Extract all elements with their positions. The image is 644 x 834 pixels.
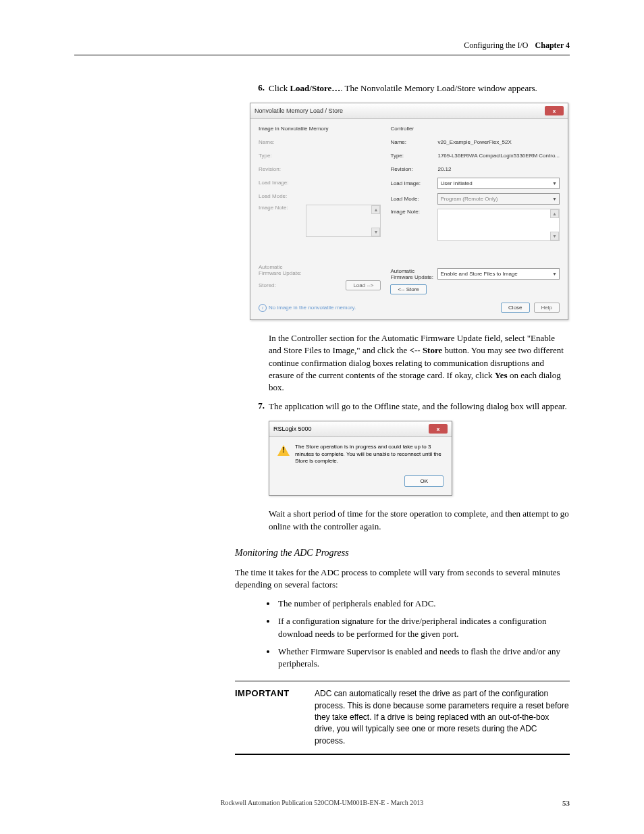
step-number: 7. xyxy=(250,400,269,413)
header-chapter: Chapter 4 xyxy=(535,41,570,51)
paragraph: Wait a short period of time for the stor… xyxy=(269,508,570,532)
help-button[interactable]: Help xyxy=(534,303,560,313)
bullet-list: The number of peripherals enabled for AD… xyxy=(74,598,570,670)
chevron-down-icon: ▼ xyxy=(552,181,557,186)
step-number: 6. xyxy=(250,82,269,95)
image-note-field[interactable]: ▲ ▼ xyxy=(437,209,560,241)
scroll-down-icon: ▼ xyxy=(371,228,380,236)
load-mode-label: Load Mode: xyxy=(259,193,306,199)
load-button[interactable]: Load --> xyxy=(346,280,381,290)
close-icon[interactable]: x xyxy=(545,106,564,115)
image-note-label: Image Note: xyxy=(390,209,437,215)
dialog-title: RSLogix 5000 xyxy=(273,425,312,432)
scroll-up-icon[interactable]: ▲ xyxy=(550,209,559,218)
subheading: Monitoring the ADC Progress xyxy=(235,548,570,558)
step-text: The application will go to the Offline s… xyxy=(269,400,570,413)
chevron-down-icon: ▼ xyxy=(552,197,557,201)
stored-label: Stored: xyxy=(259,282,306,288)
header-section: Configuring the I/O xyxy=(464,41,528,51)
image-note-field: ▲ ▼ xyxy=(306,205,381,237)
scroll-down-icon[interactable]: ▼ xyxy=(550,232,559,240)
paragraph: In the Controller section for the Automa… xyxy=(269,332,570,394)
afu-label: Automatic Firmware Update: xyxy=(259,264,306,276)
ok-button[interactable]: OK xyxy=(404,475,444,487)
text: . The Nonvolatile Memory Load/Store wind… xyxy=(340,83,537,93)
dialog-message: The Store operation is in progress and c… xyxy=(295,444,444,465)
close-icon[interactable]: x xyxy=(429,424,448,434)
page-header: Configuring the I/O Chapter 4 xyxy=(74,41,570,55)
warning-icon xyxy=(277,445,290,456)
revision-label: Revision: xyxy=(390,166,437,172)
text: Automatic xyxy=(390,268,414,274)
afu-label: Automatic Firmware Update: xyxy=(390,268,437,280)
name-label: Name: xyxy=(259,139,306,145)
info-icon: i xyxy=(259,304,267,312)
list-item: The number of peripherals enabled for AD… xyxy=(277,598,570,610)
type-label: Type: xyxy=(390,153,437,159)
bold-text: <-- Store xyxy=(410,345,443,355)
step-text: Click Load/Store…. The Nonvolatile Memor… xyxy=(269,82,570,95)
select-value: User Initiated xyxy=(440,180,472,186)
text: Firmware Update: xyxy=(259,270,302,276)
col-heading: Controller xyxy=(390,126,560,132)
revision-value: 20.12 xyxy=(437,166,560,172)
dialog-status-bar: iNo image in the nonvolatile memory. Clo… xyxy=(250,298,568,319)
page-footer: Rockwell Automation Publication 520COM-U… xyxy=(74,799,570,807)
image-in-nvm-column: Image in Nonvolatile Memory Name: Type: … xyxy=(259,126,381,294)
paragraph: The time it takes for the ADC process to… xyxy=(235,567,570,591)
load-image-select[interactable]: User Initiated▼ xyxy=(437,178,560,189)
col-heading: Image in Nonvolatile Memory xyxy=(259,126,381,132)
load-image-label: Load Image: xyxy=(390,180,437,186)
name-value: v20_Example_PowerFlex_52X xyxy=(437,139,560,145)
text: Automatic xyxy=(259,264,283,270)
load-image-label: Load Image: xyxy=(259,180,306,186)
dialog-titlebar: Nonvolatile Memory Load / Store x xyxy=(250,103,568,119)
bold-text: Yes xyxy=(495,370,508,380)
rslogix-dialog: RSLogix 5000 x The Store operation is in… xyxy=(269,421,452,496)
chevron-down-icon: ▼ xyxy=(552,271,557,276)
load-mode-label: Load Mode: xyxy=(390,196,437,202)
nonvolatile-memory-dialog: Nonvolatile Memory Load / Store x Image … xyxy=(250,103,568,320)
controller-column: Controller Name:v20_Example_PowerFlex_52… xyxy=(390,126,560,294)
page-number: 53 xyxy=(562,799,570,807)
revision-label: Revision: xyxy=(259,166,306,172)
type-label: Type: xyxy=(259,153,306,159)
important-label: IMPORTANT xyxy=(235,688,302,747)
status-text: No image in the nonvolatile memory. xyxy=(269,305,356,311)
list-item: Whether Firmware Supervisor is enabled a… xyxy=(277,646,570,670)
important-callout: IMPORTANT ADC can automatically reset th… xyxy=(235,681,570,755)
dialog-titlebar: RSLogix 5000 x xyxy=(269,421,452,437)
close-button[interactable]: Close xyxy=(501,303,529,313)
type-value: 1769-L36ERM/A CompactLogix5336ERM Contro… xyxy=(437,153,560,159)
load-mode-select: Program (Remote Only)▼ xyxy=(437,193,560,205)
bold-text: Load/Store… xyxy=(290,83,340,93)
list-item: If a configuration signature for the dri… xyxy=(277,615,570,640)
image-note-label: Image Note: xyxy=(259,205,306,211)
status-message: iNo image in the nonvolatile memory. xyxy=(259,304,356,312)
text: Click xyxy=(269,83,290,93)
select-value: Program (Remote Only) xyxy=(440,196,498,202)
step-6: 6. Click Load/Store…. The Nonvolatile Me… xyxy=(250,82,570,95)
publication-info: Rockwell Automation Publication 520COM-U… xyxy=(221,799,424,807)
dialog-title: Nonvolatile Memory Load / Store xyxy=(254,107,343,114)
step-7: 7. The application will go to the Offlin… xyxy=(250,400,570,413)
select-value: Enable and Store Files to Image xyxy=(440,271,517,277)
important-text: ADC can automatically reset the drive as… xyxy=(315,688,570,747)
text: Firmware Update: xyxy=(390,274,433,280)
scroll-up-icon: ▲ xyxy=(371,205,380,214)
store-button[interactable]: <-- Store xyxy=(390,284,426,294)
afu-select[interactable]: Enable and Store Files to Image▼ xyxy=(437,268,560,280)
name-label: Name: xyxy=(390,139,437,145)
